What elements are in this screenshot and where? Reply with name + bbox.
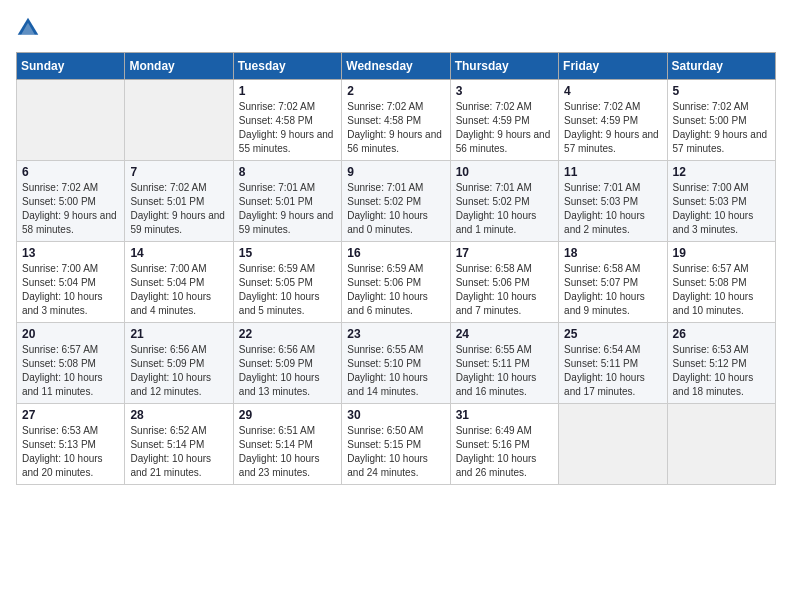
day-info: Sunrise: 7:02 AM Sunset: 5:01 PM Dayligh… [130, 181, 227, 237]
weekday-header-wednesday: Wednesday [342, 53, 450, 80]
day-info: Sunrise: 7:01 AM Sunset: 5:01 PM Dayligh… [239, 181, 336, 237]
weekday-header-thursday: Thursday [450, 53, 558, 80]
day-number: 24 [456, 327, 553, 341]
calendar-cell: 11Sunrise: 7:01 AM Sunset: 5:03 PM Dayli… [559, 161, 667, 242]
calendar-cell: 14Sunrise: 7:00 AM Sunset: 5:04 PM Dayli… [125, 242, 233, 323]
calendar-cell: 31Sunrise: 6:49 AM Sunset: 5:16 PM Dayli… [450, 404, 558, 485]
calendar-cell: 4Sunrise: 7:02 AM Sunset: 4:59 PM Daylig… [559, 80, 667, 161]
day-number: 23 [347, 327, 444, 341]
day-number: 21 [130, 327, 227, 341]
calendar-week-row: 6Sunrise: 7:02 AM Sunset: 5:00 PM Daylig… [17, 161, 776, 242]
day-number: 10 [456, 165, 553, 179]
day-info: Sunrise: 7:02 AM Sunset: 5:00 PM Dayligh… [673, 100, 770, 156]
calendar-cell: 22Sunrise: 6:56 AM Sunset: 5:09 PM Dayli… [233, 323, 341, 404]
day-info: Sunrise: 6:53 AM Sunset: 5:13 PM Dayligh… [22, 424, 119, 480]
day-number: 12 [673, 165, 770, 179]
day-number: 25 [564, 327, 661, 341]
day-number: 9 [347, 165, 444, 179]
logo [16, 16, 44, 40]
day-info: Sunrise: 7:01 AM Sunset: 5:03 PM Dayligh… [564, 181, 661, 237]
calendar-cell: 3Sunrise: 7:02 AM Sunset: 4:59 PM Daylig… [450, 80, 558, 161]
weekday-header-sunday: Sunday [17, 53, 125, 80]
calendar-cell: 18Sunrise: 6:58 AM Sunset: 5:07 PM Dayli… [559, 242, 667, 323]
calendar-week-row: 20Sunrise: 6:57 AM Sunset: 5:08 PM Dayli… [17, 323, 776, 404]
calendar-cell: 21Sunrise: 6:56 AM Sunset: 5:09 PM Dayli… [125, 323, 233, 404]
day-number: 1 [239, 84, 336, 98]
calendar-week-row: 13Sunrise: 7:00 AM Sunset: 5:04 PM Dayli… [17, 242, 776, 323]
day-info: Sunrise: 6:56 AM Sunset: 5:09 PM Dayligh… [130, 343, 227, 399]
day-number: 29 [239, 408, 336, 422]
day-number: 17 [456, 246, 553, 260]
day-info: Sunrise: 7:01 AM Sunset: 5:02 PM Dayligh… [347, 181, 444, 237]
day-info: Sunrise: 6:59 AM Sunset: 5:06 PM Dayligh… [347, 262, 444, 318]
day-info: Sunrise: 7:00 AM Sunset: 5:04 PM Dayligh… [22, 262, 119, 318]
day-info: Sunrise: 7:00 AM Sunset: 5:04 PM Dayligh… [130, 262, 227, 318]
calendar-cell [559, 404, 667, 485]
day-info: Sunrise: 7:02 AM Sunset: 4:58 PM Dayligh… [347, 100, 444, 156]
day-number: 4 [564, 84, 661, 98]
weekday-header-monday: Monday [125, 53, 233, 80]
calendar-cell: 9Sunrise: 7:01 AM Sunset: 5:02 PM Daylig… [342, 161, 450, 242]
day-number: 16 [347, 246, 444, 260]
calendar-cell: 17Sunrise: 6:58 AM Sunset: 5:06 PM Dayli… [450, 242, 558, 323]
day-info: Sunrise: 6:52 AM Sunset: 5:14 PM Dayligh… [130, 424, 227, 480]
day-info: Sunrise: 7:00 AM Sunset: 5:03 PM Dayligh… [673, 181, 770, 237]
day-number: 15 [239, 246, 336, 260]
day-number: 3 [456, 84, 553, 98]
weekday-header-friday: Friday [559, 53, 667, 80]
calendar-cell [17, 80, 125, 161]
calendar-cell [667, 404, 775, 485]
day-number: 28 [130, 408, 227, 422]
calendar-cell: 10Sunrise: 7:01 AM Sunset: 5:02 PM Dayli… [450, 161, 558, 242]
day-info: Sunrise: 6:58 AM Sunset: 5:07 PM Dayligh… [564, 262, 661, 318]
weekday-header-tuesday: Tuesday [233, 53, 341, 80]
calendar-cell: 19Sunrise: 6:57 AM Sunset: 5:08 PM Dayli… [667, 242, 775, 323]
day-info: Sunrise: 6:49 AM Sunset: 5:16 PM Dayligh… [456, 424, 553, 480]
calendar-cell: 7Sunrise: 7:02 AM Sunset: 5:01 PM Daylig… [125, 161, 233, 242]
calendar-cell: 23Sunrise: 6:55 AM Sunset: 5:10 PM Dayli… [342, 323, 450, 404]
calendar-cell: 1Sunrise: 7:02 AM Sunset: 4:58 PM Daylig… [233, 80, 341, 161]
day-number: 2 [347, 84, 444, 98]
calendar-cell: 20Sunrise: 6:57 AM Sunset: 5:08 PM Dayli… [17, 323, 125, 404]
calendar-week-row: 27Sunrise: 6:53 AM Sunset: 5:13 PM Dayli… [17, 404, 776, 485]
day-number: 20 [22, 327, 119, 341]
day-info: Sunrise: 6:59 AM Sunset: 5:05 PM Dayligh… [239, 262, 336, 318]
day-info: Sunrise: 6:57 AM Sunset: 5:08 PM Dayligh… [673, 262, 770, 318]
calendar-cell: 30Sunrise: 6:50 AM Sunset: 5:15 PM Dayli… [342, 404, 450, 485]
logo-icon [16, 16, 40, 40]
day-number: 18 [564, 246, 661, 260]
calendar-table: SundayMondayTuesdayWednesdayThursdayFrid… [16, 52, 776, 485]
day-number: 19 [673, 246, 770, 260]
day-info: Sunrise: 7:02 AM Sunset: 4:59 PM Dayligh… [564, 100, 661, 156]
day-info: Sunrise: 7:02 AM Sunset: 4:58 PM Dayligh… [239, 100, 336, 156]
day-info: Sunrise: 6:51 AM Sunset: 5:14 PM Dayligh… [239, 424, 336, 480]
day-number: 27 [22, 408, 119, 422]
day-number: 26 [673, 327, 770, 341]
calendar-cell: 5Sunrise: 7:02 AM Sunset: 5:00 PM Daylig… [667, 80, 775, 161]
day-number: 6 [22, 165, 119, 179]
calendar-week-row: 1Sunrise: 7:02 AM Sunset: 4:58 PM Daylig… [17, 80, 776, 161]
day-number: 14 [130, 246, 227, 260]
day-info: Sunrise: 7:02 AM Sunset: 5:00 PM Dayligh… [22, 181, 119, 237]
day-number: 13 [22, 246, 119, 260]
day-number: 31 [456, 408, 553, 422]
calendar-cell: 26Sunrise: 6:53 AM Sunset: 5:12 PM Dayli… [667, 323, 775, 404]
calendar-cell: 13Sunrise: 7:00 AM Sunset: 5:04 PM Dayli… [17, 242, 125, 323]
day-info: Sunrise: 6:58 AM Sunset: 5:06 PM Dayligh… [456, 262, 553, 318]
calendar-cell: 28Sunrise: 6:52 AM Sunset: 5:14 PM Dayli… [125, 404, 233, 485]
day-info: Sunrise: 6:57 AM Sunset: 5:08 PM Dayligh… [22, 343, 119, 399]
calendar-cell [125, 80, 233, 161]
day-number: 11 [564, 165, 661, 179]
calendar-cell: 25Sunrise: 6:54 AM Sunset: 5:11 PM Dayli… [559, 323, 667, 404]
calendar-cell: 8Sunrise: 7:01 AM Sunset: 5:01 PM Daylig… [233, 161, 341, 242]
page-header [16, 16, 776, 40]
calendar-cell: 29Sunrise: 6:51 AM Sunset: 5:14 PM Dayli… [233, 404, 341, 485]
calendar-cell: 6Sunrise: 7:02 AM Sunset: 5:00 PM Daylig… [17, 161, 125, 242]
day-info: Sunrise: 6:54 AM Sunset: 5:11 PM Dayligh… [564, 343, 661, 399]
day-info: Sunrise: 6:55 AM Sunset: 5:11 PM Dayligh… [456, 343, 553, 399]
weekday-header-saturday: Saturday [667, 53, 775, 80]
calendar-cell: 2Sunrise: 7:02 AM Sunset: 4:58 PM Daylig… [342, 80, 450, 161]
day-number: 5 [673, 84, 770, 98]
day-info: Sunrise: 6:50 AM Sunset: 5:15 PM Dayligh… [347, 424, 444, 480]
day-info: Sunrise: 6:53 AM Sunset: 5:12 PM Dayligh… [673, 343, 770, 399]
